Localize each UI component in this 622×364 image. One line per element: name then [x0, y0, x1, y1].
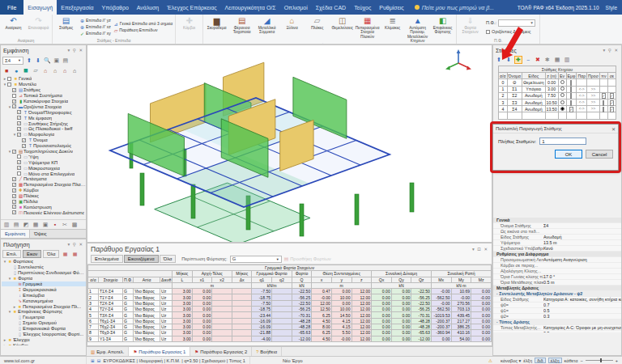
slabs-button[interactable]: ▱Πλάκες [305, 15, 330, 43]
view-toggle-icon[interactable]: ⊟ [97, 358, 101, 363]
level-row[interactable]: 3Σ3Ανωδομή10.50<->>>✓ [499, 99, 616, 105]
checkbox[interactable]: ✓ [12, 205, 16, 209]
load-row[interactable]: 9Υ1-Σ4GΊδιο ΒάροςUz3.000.00-4.00-12.004.… [88, 336, 492, 341]
visible-checkbox[interactable] [570, 80, 572, 86]
level-down-icon[interactable]: ⬇ [34, 57, 42, 65]
checkbox[interactable]: ✓ [12, 88, 16, 92]
checkbox[interactable]: ✓ [17, 160, 21, 164]
house-side-icon[interactable]: ⌂ [51, 66, 59, 74]
tree-item[interactable]: ▯Έλεγχος Ισορροπίας Φορτί... [2, 332, 86, 337]
option-checkbox[interactable]: ✓ [610, 107, 615, 112]
render-solid-icon[interactable]: ■ [2, 66, 11, 74]
ribbon-tab[interactable]: Ανάλυση [133, 0, 163, 15]
zoom-out-button[interactable]: − [580, 358, 582, 363]
levels-button[interactable]: ▤Στάθμες [53, 15, 79, 38]
close-icon[interactable]: ✕ [611, 126, 616, 132]
remove-level-icon[interactable]: − [524, 56, 532, 64]
tree-item[interactable]: ✓▦Πεπερασμένα Στοιχεία Πλακών [2, 182, 86, 188]
tree-item[interactable]: ✓▨Πλάκες [2, 193, 86, 199]
ribbon-tab[interactable]: Εισαγωγή [23, 0, 57, 15]
property-row[interactable]: Ως εικόνα στο πεδ... [493, 229, 621, 235]
checkbox[interactable]: ✓ [17, 133, 21, 137]
option-checkbox[interactable] [603, 100, 604, 106]
property-row[interactable]: Τύπος Μεταβλητής...Κατηγορίες Α-C: Όροφο… [493, 325, 621, 331]
layers-icon[interactable]: ▤ [12, 221, 20, 229]
render-cube-icon[interactable]: ◼ [22, 66, 30, 74]
checkbox[interactable]: ✓ [17, 127, 21, 131]
checkbox[interactable]: ✓ [17, 110, 21, 114]
add-loads-button[interactable]: ▤ Προσθήκη Φορτίων [284, 256, 331, 261]
tree-item[interactable]: ▾■Φορτία [2, 276, 86, 281]
tree-item[interactable]: ✓■Κοιτόστρωση [2, 204, 86, 210]
level-row[interactable]: 2Σ2Ανωδομή7.50<->>>✓✓ [499, 92, 616, 99]
pf-combo[interactable]: Π.Φ.:▾ [484, 18, 537, 28]
checkbox[interactable]: ✓ [12, 177, 16, 181]
tree-item[interactable]: ▾✓▬Οριζόντια Στοιχεία [2, 104, 86, 109]
load-surface-button[interactable]: ◧Επιφάνειες Φόρτισης [430, 15, 455, 43]
visible-checkbox[interactable] [570, 93, 572, 99]
tree-item[interactable]: ✓▭Συνθήκες Στήριξης [2, 121, 86, 126]
tree-item[interactable]: ⊿Τοπικά Συστήματα [2, 93, 86, 99]
active-level-radio[interactable] [560, 100, 564, 104]
analysis-settings[interactable]: ΕΥΡΟΚΩΔΙΚΕΣ | Ιδιομορφική | Κ.Π.Μ. | q=3… [103, 358, 245, 363]
ribbon-tab[interactable]: Επεξεργασία [57, 0, 97, 15]
tree-item[interactable]: ✓▭Μακροστοιχεία [2, 165, 86, 171]
grid-icon[interactable]: ▩ [70, 221, 79, 229]
tree-item[interactable]: ▯Σημείο Ορισμού [2, 320, 86, 326]
tree-item[interactable]: ▯Συντελεστές [2, 265, 86, 270]
visible-checkbox[interactable] [570, 100, 572, 106]
house-top-icon[interactable]: ⌂ [61, 66, 69, 74]
tree-item[interactable]: ✓ΤΜε έμφαση [2, 115, 86, 121]
level-settings-icon[interactable]: ✱ [543, 56, 552, 64]
panel-controls[interactable]: ▾ ⚲ ✕ [68, 242, 83, 247]
ribbon-tab[interactable]: Ρυθμίσεις [375, 0, 407, 15]
tree-item[interactable]: ▸■Πεπερασμένα Στοιχεία Πλ... [2, 303, 86, 309]
masonry-button[interactable]: ▤Φέρουσα Τοιχοποιία [229, 15, 254, 43]
ribbon-tab[interactable]: Σχέδια CAD [312, 0, 350, 15]
snap-mode-elxi[interactable]: έλξη [548, 358, 562, 363]
property-row[interactable]: Προσομοιωματική Λειτο...Αυτόματη Αναγνώρ… [493, 257, 621, 263]
property-row[interactable]: φ=0.5 [493, 331, 621, 332]
pin-icon[interactable]: ▪ [51, 221, 59, 229]
zoom-extents-icon[interactable]: 🔍 [43, 57, 52, 65]
tree-item[interactable]: ▾✓▤Τοιχοπληρώσεις Δοκών [2, 149, 86, 154]
level-move-down-icon[interactable]: ⬇ [505, 56, 513, 64]
tag-icon[interactable]: ▦ [32, 221, 40, 229]
filter-button[interactable]: Όλα [160, 255, 177, 263]
checkbox[interactable]: ✓ [12, 194, 16, 198]
active-level-radio[interactable] [560, 107, 564, 111]
nav-marker-2-icon[interactable]: ▦ [70, 250, 79, 258]
tree-item[interactable]: ▾■Μοντέλο [2, 82, 86, 87]
file-tab[interactable]: File [0, 0, 23, 15]
tree-item[interactable]: ✓▣Πέδιλα [2, 199, 86, 205]
nav-tab[interactable]: Όλα [43, 250, 59, 258]
active-level-radio[interactable] [560, 93, 564, 97]
option-checkbox[interactable]: ✓ [610, 93, 615, 99]
cancel-button[interactable]: Cancel [586, 150, 613, 159]
tree-item[interactable]: ▭Μόνο στα Επιλεγμένα [2, 171, 86, 176]
cut-icon[interactable]: ✂ [61, 221, 69, 229]
snap-label[interactable]: έλξη [523, 358, 532, 363]
tree-item[interactable]: ✓ΤΠροσανατολισμός [2, 143, 86, 149]
checkbox[interactable]: ✓ [12, 150, 16, 154]
tree-item[interactable]: ≋Γραμμικά [2, 281, 86, 287]
property-row[interactable]: Κόμβοι σε περιοχ... [493, 263, 621, 269]
level-row[interactable]: 4Σ4Ανωδομή13.50✓<->>>✓ [499, 106, 616, 112]
property-row[interactable]: Σχεδιαστικό ΥπόβαθροΚενό [493, 246, 621, 252]
delete-level-icon[interactable]: ✖ [534, 56, 542, 64]
checkbox[interactable]: ✓ [17, 116, 21, 120]
tree-item[interactable]: ✓▮Κατακόρυφα Στοιχεία [2, 99, 86, 104]
tree-item[interactable]: ▾■Επιφάνειες Φόρτισης [2, 309, 86, 315]
print-icon[interactable]: ▤ [62, 57, 70, 65]
snapshot-icon[interactable]: ▣ [53, 57, 61, 65]
tell-me-search[interactable]: Πείτε μου πως μπορώ να β... [415, 5, 494, 11]
panel-tab[interactable]: Όψεις [30, 230, 50, 238]
checkbox[interactable]: ✓ [12, 104, 16, 108]
filter-button[interactable]: Εικονιζόμενα [124, 255, 159, 263]
tree-item[interactable]: ▯Επιφανειακά Φορτία [2, 326, 86, 332]
checkbox[interactable]: ✓ [17, 166, 21, 170]
zoom-slider[interactable] [586, 360, 613, 361]
load-row[interactable]: 4Τ2Υ-Σ4GΊδιο ΒάροςUz3.000.00-18.75-56.25… [88, 307, 492, 312]
level-row[interactable]: 1Σ1Υπόγειο3.00<->>> [499, 86, 616, 92]
foundation-button[interactable]: ◫Θεμελιώσεις [330, 15, 355, 43]
